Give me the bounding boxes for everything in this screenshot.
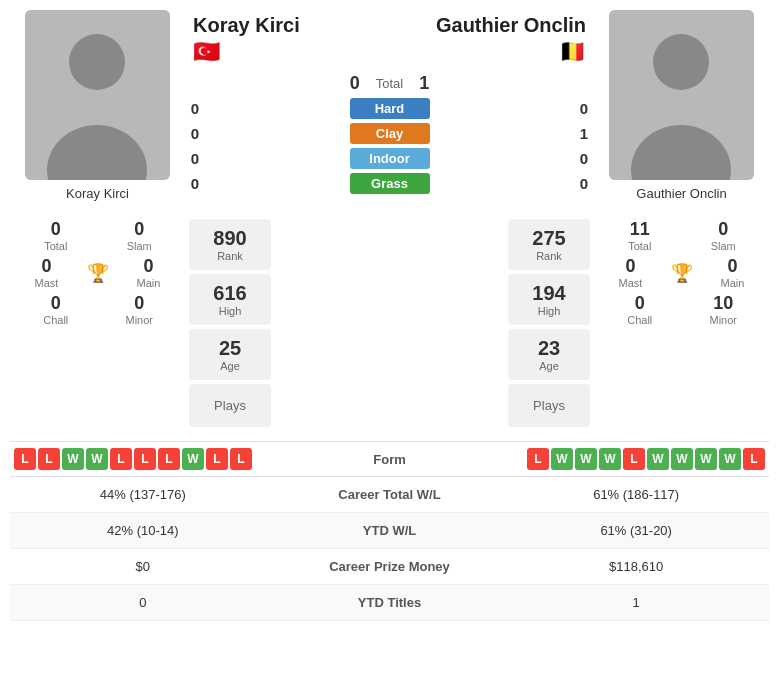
- form-label: Form: [330, 452, 450, 467]
- form-badge-right-2: W: [575, 448, 597, 470]
- left-total-val: 0: [31, 219, 81, 240]
- right-plays-lbl: Plays: [512, 398, 586, 413]
- right-main-cell: 0 Main: [708, 256, 758, 289]
- form-badge-left-0: L: [14, 448, 36, 470]
- right-minor-val: 10: [698, 293, 748, 314]
- career-stat-row-1: 42% (10-14) YTD W/L 61% (31-20): [10, 513, 769, 549]
- left-stat-row-3: 0 Chall 0 Minor: [10, 291, 185, 328]
- right-mast-cell: 0 Mast: [606, 256, 656, 289]
- right-trophy-row: 0 Mast 🏆 0 Main: [594, 254, 769, 291]
- clay-right-score: 1: [574, 125, 594, 142]
- form-badge-right-5: W: [647, 448, 669, 470]
- indoor-right-score: 0: [574, 150, 594, 167]
- career-stat-left-1: 42% (10-14): [10, 513, 276, 549]
- form-badge-right-8: W: [719, 448, 741, 470]
- form-badge-right-1: W: [551, 448, 573, 470]
- left-player-photo-name: Koray Kirci: [10, 10, 185, 209]
- indoor-badge: Indoor: [350, 148, 430, 169]
- left-age-val: 25: [193, 337, 267, 360]
- career-stat-left-2: $0: [10, 549, 276, 585]
- left-mast-lbl: Mast: [22, 277, 72, 289]
- top-row: Koray Kirci Koray Kirci 🇹🇷 Gauthier Oncl…: [10, 10, 769, 209]
- left-trophy-icon: 🏆: [87, 262, 109, 284]
- right-player-photo: [609, 10, 754, 180]
- right-player-photo-name: Gauthier Onclin: [594, 10, 769, 209]
- right-stats: 11 Total 0 Slam 0 Mast 🏆 0 Main: [594, 217, 769, 429]
- left-minor-val: 0: [114, 293, 164, 314]
- form-badge-right-3: W: [599, 448, 621, 470]
- center-spacer: [275, 217, 504, 429]
- career-stat-label-3: YTD Titles: [276, 585, 504, 621]
- right-chall-cell: 0 Chall: [615, 293, 665, 326]
- right-total-lbl: Total: [615, 240, 665, 252]
- form-badge-left-5: L: [134, 448, 156, 470]
- left-stats: 0 Total 0 Slam 0 Mast 🏆 0 Main: [10, 217, 185, 429]
- right-total-val: 11: [615, 219, 665, 240]
- left-rank-lbl: Rank: [193, 250, 267, 262]
- left-player-name-big: Koray Kirci 🇹🇷: [193, 14, 300, 65]
- surface-clay-row: 0 Clay 1: [185, 123, 594, 144]
- right-slam-val: 0: [698, 219, 748, 240]
- clay-left-score: 0: [185, 125, 205, 142]
- left-main-val: 0: [124, 256, 174, 277]
- left-player-name-label: Koray Kirci: [66, 186, 129, 201]
- left-player-photo: [25, 10, 170, 180]
- left-middle-stats: 890 Rank 616 High 25 Age Plays: [185, 217, 275, 429]
- right-chall-val: 0: [615, 293, 665, 314]
- main-container: Koray Kirci Koray Kirci 🇹🇷 Gauthier Oncl…: [0, 0, 779, 631]
- surface-hard-row: 0 Hard 0: [185, 98, 594, 119]
- left-high-val: 616: [193, 282, 267, 305]
- right-minor-lbl: Minor: [698, 314, 748, 326]
- left-total-lbl: Total: [31, 240, 81, 252]
- career-stat-row-2: $0 Career Prize Money $118,610: [10, 549, 769, 585]
- right-high-box: 194 High: [508, 274, 590, 325]
- right-stat-row-3: 0 Chall 10 Minor: [594, 291, 769, 328]
- svg-point-4: [653, 34, 709, 90]
- left-stat-row-1: 0 Total 0 Slam: [10, 217, 185, 254]
- form-badges-right: LWWWLWWWWL: [450, 448, 770, 470]
- left-mast-val: 0: [22, 256, 72, 277]
- left-age-box: 25 Age: [189, 329, 271, 380]
- right-slam-lbl: Slam: [698, 240, 748, 252]
- surface-rows: 0 Hard 0 0 Clay 1 0 Indoor 0 0 Grass: [185, 98, 594, 198]
- career-stat-right-0: 61% (186-117): [503, 477, 769, 513]
- hard-right-score: 0: [574, 100, 594, 117]
- form-badge-right-0: L: [527, 448, 549, 470]
- right-mast-val: 0: [606, 256, 656, 277]
- left-age-lbl: Age: [193, 360, 267, 372]
- right-trophy-icon: 🏆: [671, 262, 693, 284]
- left-main-lbl: Main: [124, 277, 174, 289]
- left-slam-cell: 0 Slam: [114, 219, 164, 252]
- left-total-cell: 0 Total: [31, 219, 81, 252]
- form-section: LLWWLLLWLL Form LWWWLWWWWL: [10, 441, 769, 477]
- left-total-score: 0: [350, 73, 360, 94]
- left-flag: 🇹🇷: [193, 39, 300, 65]
- left-high-box: 616 High: [189, 274, 271, 325]
- grass-badge: Grass: [350, 173, 430, 194]
- form-badge-left-8: L: [206, 448, 228, 470]
- right-main-val: 0: [708, 256, 758, 277]
- left-plays-box: Plays: [189, 384, 271, 427]
- career-stat-row-3: 0 YTD Titles 1: [10, 585, 769, 621]
- form-badge-left-6: L: [158, 448, 180, 470]
- left-trophy-row: 0 Mast 🏆 0 Main: [10, 254, 185, 291]
- grass-right-score: 0: [574, 175, 594, 192]
- career-stat-label-1: YTD W/L: [276, 513, 504, 549]
- right-middle-stats: 275 Rank 194 High 23 Age Plays: [504, 217, 594, 429]
- right-plays-box: Plays: [508, 384, 590, 427]
- left-plays-lbl: Plays: [193, 398, 267, 413]
- hard-left-score: 0: [185, 100, 205, 117]
- grass-left-score: 0: [185, 175, 205, 192]
- svg-point-1: [69, 34, 125, 90]
- right-minor-cell: 10 Minor: [698, 293, 748, 326]
- indoor-left-score: 0: [185, 150, 205, 167]
- hard-badge: Hard: [350, 98, 430, 119]
- form-badge-right-7: W: [695, 448, 717, 470]
- left-main-cell: 0 Main: [124, 256, 174, 289]
- left-minor-cell: 0 Minor: [114, 293, 164, 326]
- right-main-lbl: Main: [708, 277, 758, 289]
- right-rank-val: 275: [512, 227, 586, 250]
- right-player-name-big: Gauthier Onclin 🇧🇪: [436, 14, 586, 65]
- left-chall-cell: 0 Chall: [31, 293, 81, 326]
- right-high-lbl: High: [512, 305, 586, 317]
